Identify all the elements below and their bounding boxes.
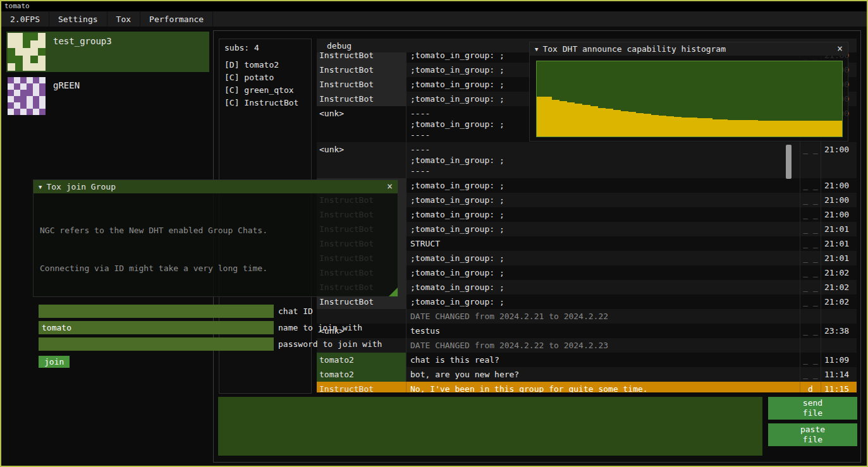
- message-flags-cell: _ _: [800, 236, 821, 251]
- histogram-bar: [544, 97, 552, 136]
- message-text-cell: ----;tomato_in_group: ;----: [406, 142, 800, 178]
- histogram-bar: [819, 121, 827, 136]
- menu-item-2-0fps: 2.0FPS: [1, 11, 49, 27]
- message-sender-cell: <unk>: [317, 142, 406, 178]
- message-text-cell: chat is this real?: [406, 353, 800, 367]
- message-time-cell: [821, 309, 857, 324]
- message-time-cell: 11:15: [821, 382, 857, 392]
- histogram-bar: [590, 106, 598, 136]
- message-flags-cell: [800, 338, 821, 353]
- chat-message-row[interactable]: <unk>testus_ _23:38: [317, 324, 857, 338]
- subs-member-item[interactable]: [C] potato: [219, 71, 311, 84]
- message-flags-cell: _ _: [800, 324, 821, 338]
- join-button[interactable]: join: [39, 356, 70, 368]
- join-name-label: name to join with: [278, 323, 362, 332]
- resize-grip-icon[interactable]: [389, 288, 398, 296]
- histogram-bar: [682, 118, 689, 136]
- message-time-cell: [821, 338, 857, 353]
- join-window-titlebar[interactable]: ▼ Tox join Group ×: [34, 180, 398, 193]
- date-change-row: DATE CHANGED from 2024.2.22 to 2024.2.23: [317, 338, 857, 353]
- message-flags-cell: _ _: [800, 367, 821, 382]
- histogram-window-title: Tox DHT announce capability histogram: [542, 44, 726, 54]
- send-file-button[interactable]: send file: [768, 397, 857, 420]
- tab-debug[interactable]: debug: [317, 41, 362, 51]
- message-time-cell: 21:01: [821, 236, 857, 251]
- collapse-arrow-icon[interactable]: ▼: [535, 46, 538, 52]
- histogram-bar: [575, 104, 582, 136]
- message-text-cell: STRUCT: [406, 236, 800, 251]
- message-flags-cell: _ _: [800, 294, 821, 309]
- group-item-test-group3[interactable]: test_group3: [6, 32, 209, 72]
- chat-message-row[interactable]: tomato2bot, are you new here?_ _11:14: [317, 367, 857, 382]
- menu-item-tox[interactable]: Tox: [107, 11, 140, 27]
- message-text-cell: ;tomato_in_group: ;: [406, 178, 800, 193]
- subs-member-item[interactable]: [D] tomato2: [219, 59, 311, 71]
- histogram-bar: [827, 121, 834, 136]
- join-password-label: password to join with: [278, 339, 382, 349]
- date-change-text: DATE CHANGED from 2024.2.22 to 2024.2.23: [406, 338, 800, 353]
- menu-item-performance[interactable]: Performance: [140, 11, 213, 27]
- histogram-bar: [712, 119, 720, 136]
- paste-file-button[interactable]: paste file: [768, 423, 857, 446]
- group-item-green[interactable]: gREEN: [6, 76, 209, 116]
- histogram-bar: [651, 115, 659, 137]
- histogram-bar: [758, 121, 766, 136]
- histogram-plot: [536, 61, 843, 137]
- subs-member-item[interactable]: [C] green_qtox: [219, 84, 311, 97]
- histogram-bar: [812, 121, 819, 136]
- histogram-bar: [674, 117, 682, 136]
- histogram-bar: [552, 100, 559, 136]
- message-time-cell: 11:14: [821, 367, 857, 382]
- histogram-bar: [834, 121, 842, 136]
- histogram-bar: [781, 121, 789, 136]
- chat-scrollbar-thumb[interactable]: [786, 145, 792, 179]
- histogram-bar: [773, 121, 781, 136]
- message-flags-cell: d: [800, 382, 821, 392]
- histogram-bar: [598, 108, 606, 136]
- group-avatar-icon: [8, 77, 46, 115]
- message-time-cell: 21:01: [821, 222, 857, 236]
- histogram-bar: [705, 118, 712, 136]
- message-time-cell: 23:38: [821, 324, 857, 338]
- message-sender-cell: tomato2: [317, 367, 406, 382]
- chat-message-row[interactable]: <unk>----;tomato_in_group: ;----_ _21:00: [317, 142, 857, 178]
- message-sender-cell: InstructBot: [317, 77, 406, 92]
- message-time-cell: 21:00: [821, 207, 857, 222]
- message-text-cell: ;tomato_in_group: ;: [406, 265, 800, 280]
- message-input[interactable]: [218, 397, 762, 456]
- chat-message-row[interactable]: tomato2chat is this real?_ _11:09: [317, 353, 857, 367]
- window-titlebar[interactable]: tomato: [1, 1, 867, 11]
- join-window-title: Tox join Group: [46, 182, 116, 191]
- message-flags-cell: [800, 309, 821, 324]
- message-flags-cell: _ _: [800, 207, 821, 222]
- subs-member-item[interactable]: [C] InstructBot: [219, 97, 311, 109]
- group-name-label: test_group3: [53, 33, 112, 46]
- group-name-label: gREEN: [53, 77, 80, 90]
- join-group-window: ▼ Tox join Group × NGC refers to the New…: [33, 179, 398, 297]
- chat-message-row[interactable]: InstructBotNo, I've been in this group f…: [317, 382, 857, 392]
- join-info-line-2: Connecting via ID might take a very long…: [40, 262, 391, 275]
- message-sender-cell: InstructBot: [317, 52, 406, 63]
- chat-id-input[interactable]: [39, 305, 274, 318]
- date-change-row: DATE CHANGED from 2024.2.21 to 2024.2.22: [317, 309, 857, 324]
- message-text-cell: No, I've been in this group for quite so…: [406, 382, 800, 392]
- close-icon[interactable]: ×: [387, 182, 393, 191]
- collapse-arrow-icon[interactable]: ▼: [39, 184, 42, 190]
- menu-item-settings[interactable]: Settings: [49, 11, 107, 27]
- histogram-bar: [735, 120, 743, 136]
- message-flags-cell: _ _: [800, 280, 821, 294]
- app-window: tomato 2.0FPSSettingsToxPerformance test…: [0, 0, 868, 467]
- join-name-input[interactable]: [39, 321, 274, 334]
- message-sender-cell: InstructBot: [317, 382, 406, 392]
- message-flags-cell: _ _: [800, 222, 821, 236]
- message-sender-cell: <unk>: [317, 106, 406, 142]
- histogram-window-titlebar[interactable]: ▼ Tox DHT announce capability histogram …: [530, 42, 848, 56]
- menubar: 2.0FPSSettingsToxPerformance: [1, 11, 867, 27]
- subs-count-header: subs: 4: [219, 39, 311, 55]
- close-icon[interactable]: ×: [837, 44, 843, 54]
- message-text-cell: ;tomato_in_group: ;: [406, 280, 800, 294]
- histogram-bar: [697, 118, 705, 136]
- histogram-bar: [766, 121, 773, 136]
- subs-member-list: [D] tomato2[C] potato[C] green_qtox[C] I…: [219, 59, 311, 109]
- join-password-input[interactable]: [39, 337, 274, 351]
